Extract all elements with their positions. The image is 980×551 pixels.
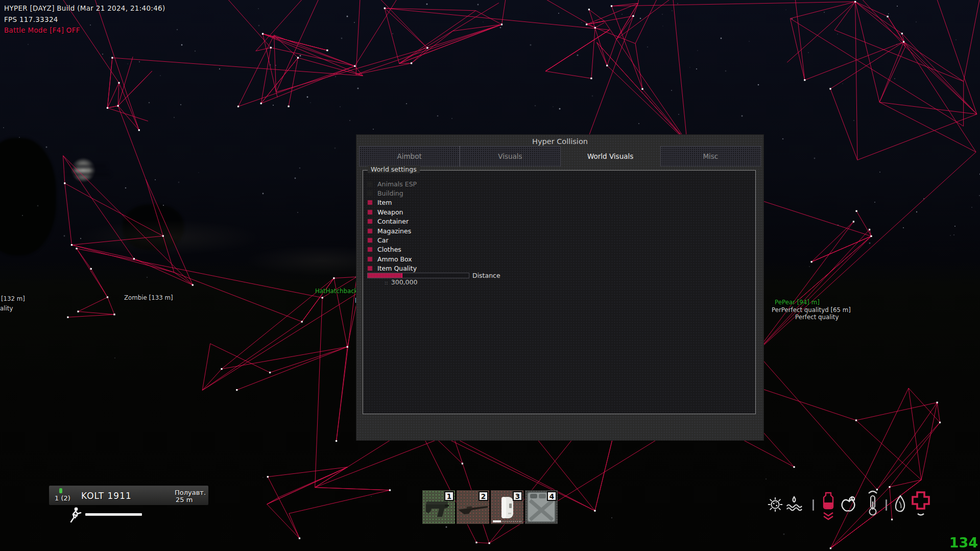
hotbar-slot-1[interactable]: 1 bbox=[422, 490, 455, 524]
esp-label: Perfect quality bbox=[795, 314, 839, 321]
tab-aimbot[interactable]: Aimbot bbox=[359, 146, 460, 166]
hotbar-slot-3[interactable]: 3 bbox=[491, 490, 523, 524]
zeroing-distance: 25 m bbox=[176, 496, 193, 504]
checkbox-box bbox=[367, 266, 373, 271]
menu-title-bar[interactable]: Hyper Collision bbox=[356, 137, 763, 146]
wetness-status bbox=[785, 495, 803, 515]
checkbox-label: Ammo Box bbox=[377, 255, 412, 263]
tab-visuals[interactable]: Visuals bbox=[460, 146, 560, 166]
checkbox-car[interactable]: Car bbox=[367, 235, 417, 245]
checkbox-box bbox=[367, 219, 373, 224]
tab-misc[interactable]: Misc bbox=[660, 146, 761, 166]
health-icon bbox=[911, 490, 931, 518]
checkbox-box bbox=[367, 181, 373, 187]
blood-icon bbox=[821, 491, 835, 522]
checkbox-building[interactable]: Building bbox=[367, 188, 417, 198]
checkbox-weapon[interactable]: Weapon bbox=[367, 207, 417, 217]
build-info: HYPER [DAYZ] Build (Mar 21 2024, 21:40:4… bbox=[4, 4, 165, 12]
distance-slider-label: Distance bbox=[472, 272, 500, 279]
esp-label: PerPerfect qualityd [65 m] bbox=[772, 306, 851, 314]
checkbox-item[interactable]: Item bbox=[367, 198, 417, 207]
stance-runner-icon bbox=[68, 507, 82, 526]
chambered-round-icon bbox=[59, 488, 62, 493]
checkbox-label: Animals ESP bbox=[377, 180, 417, 188]
distance-slider-fill bbox=[368, 273, 402, 278]
hotbar-slot-2[interactable]: 2 bbox=[457, 490, 489, 524]
checkbox-container[interactable]: Container bbox=[367, 217, 417, 226]
checkbox-list: Animals ESPBuildingItemWeaponContainerMa… bbox=[367, 179, 417, 273]
separator bbox=[886, 499, 887, 511]
weapon-info-panel: 1 (2) KOLT 1911 Полуавт. 25 m bbox=[49, 486, 208, 505]
fps-counter: FPS 117.33324 bbox=[4, 15, 58, 23]
world-settings-groupbox: Animals ESPBuildingItemWeaponContainerMa… bbox=[363, 170, 756, 414]
apple-icon bbox=[840, 495, 859, 514]
cheat-menu-window: Hyper Collision AimbotVisualsWorld Visua… bbox=[356, 135, 763, 440]
slot-number-badge: 1 bbox=[444, 491, 454, 501]
health-status bbox=[911, 490, 931, 520]
hydration-icon bbox=[893, 494, 908, 515]
status-bar bbox=[764, 489, 938, 525]
esp-label: [132 m] bbox=[1, 295, 25, 302]
checkbox-item-quality[interactable]: Item Quality bbox=[367, 264, 417, 273]
dither-marks: :: bbox=[385, 280, 388, 285]
tab-world-visuals[interactable]: World Visuals bbox=[561, 146, 660, 166]
esp-label: ality bbox=[0, 305, 13, 312]
temperature-status bbox=[867, 490, 879, 519]
kill-counter: 134 bbox=[940, 535, 978, 550]
checkbox-label: Item bbox=[377, 199, 392, 206]
virus-icon bbox=[767, 496, 783, 513]
distance-slider[interactable] bbox=[367, 273, 469, 278]
checkbox-box bbox=[367, 256, 373, 262]
ammo-count: 1 (2) bbox=[55, 494, 70, 502]
apple-status bbox=[840, 495, 859, 516]
hydration-status bbox=[893, 494, 908, 517]
checkbox-box bbox=[367, 228, 373, 234]
battle-mode-status: Battle Mode [F4] OFF bbox=[4, 26, 80, 34]
wetness-icon bbox=[785, 495, 803, 513]
checkbox-label: Magazines bbox=[377, 227, 411, 235]
blood-status bbox=[821, 491, 835, 524]
hotbar-slot-4[interactable]: 4 bbox=[525, 490, 558, 524]
distance-slider-value: ::300,000 bbox=[385, 278, 417, 286]
checkbox-ammo-box[interactable]: Ammo Box bbox=[367, 254, 417, 263]
quantity-bar bbox=[493, 520, 501, 522]
checkbox-label: Clothes bbox=[377, 246, 401, 253]
checkbox-label: Weapon bbox=[377, 208, 403, 216]
separator bbox=[812, 499, 814, 511]
fire-mode: Полуавт. bbox=[175, 489, 206, 496]
checkbox-label: Container bbox=[377, 218, 409, 225]
checkbox-box bbox=[367, 237, 373, 243]
slot-number-badge: 3 bbox=[513, 491, 522, 501]
checkbox-clothes[interactable]: Clothes bbox=[367, 245, 417, 254]
temperature-icon bbox=[867, 490, 879, 517]
checkbox-label: Building bbox=[377, 189, 403, 197]
group-box-label: World settings bbox=[368, 165, 420, 173]
esp-label: PePear [94] m] bbox=[775, 299, 820, 306]
checkbox-box bbox=[367, 247, 373, 252]
checkbox-box bbox=[367, 190, 373, 196]
slot-number-badge: 2 bbox=[479, 491, 488, 501]
checkbox-box bbox=[367, 200, 373, 205]
checkbox-label: Car bbox=[377, 236, 389, 244]
virus-status bbox=[767, 496, 783, 515]
game-screen: HYPER [DAYZ] Build (Mar 21 2024, 21:40:4… bbox=[0, 0, 980, 551]
esp-label: Zombie [133 m] bbox=[124, 294, 173, 301]
checkbox-box bbox=[367, 209, 373, 215]
hotbar: 1234 bbox=[422, 490, 558, 524]
checkbox-label: Item Quality bbox=[377, 265, 417, 272]
checkbox-magazines[interactable]: Magazines bbox=[367, 226, 417, 235]
weapon-name: KOLT 1911 bbox=[81, 491, 132, 501]
checkbox-animals-esp[interactable]: Animals ESP bbox=[367, 179, 417, 188]
stamina-bar bbox=[85, 513, 142, 516]
menu-tabs: AimbotVisualsWorld VisualsMisc bbox=[359, 146, 761, 166]
slot-number-badge: 4 bbox=[547, 491, 557, 501]
